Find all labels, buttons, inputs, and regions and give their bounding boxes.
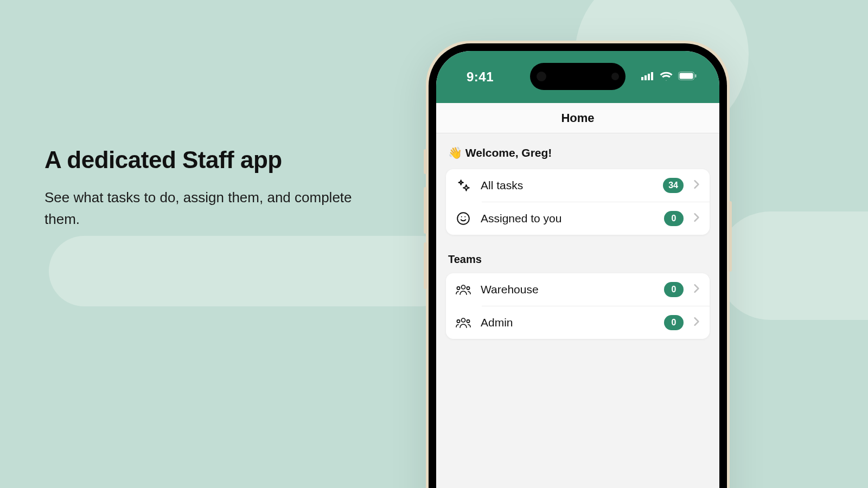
- svg-point-10: [462, 285, 465, 289]
- status-time: 9:41: [467, 69, 494, 85]
- team-warehouse-row[interactable]: Warehouse 0: [446, 273, 710, 306]
- chevron-right-icon: [693, 284, 700, 296]
- svg-rect-3: [651, 72, 653, 80]
- island-dot: [537, 72, 546, 81]
- svg-rect-6: [695, 74, 697, 78]
- count-badge: 0: [664, 315, 684, 330]
- people-icon: [456, 282, 471, 297]
- phone-side-button: [729, 201, 732, 272]
- svg-point-15: [467, 320, 469, 323]
- count-badge: 0: [664, 282, 684, 297]
- phone-mockup: 9:41 Home: [426, 41, 730, 488]
- marketing-headline: A dedicated Staff app: [44, 146, 370, 174]
- wifi-icon: [660, 71, 673, 83]
- row-label: Assigned to you: [481, 212, 654, 225]
- count-badge: 34: [663, 178, 684, 193]
- svg-rect-5: [680, 73, 693, 79]
- chevron-right-icon: [693, 213, 700, 224]
- svg-point-14: [457, 320, 459, 323]
- nav-header: Home: [436, 103, 719, 133]
- all-tasks-row[interactable]: All tasks 34: [446, 169, 710, 202]
- svg-rect-2: [648, 74, 650, 80]
- row-label: Warehouse: [481, 283, 654, 296]
- status-bar: 9:41: [436, 51, 719, 103]
- phone-side-button: [424, 149, 427, 174]
- dynamic-island: [530, 63, 626, 90]
- teams-card: Warehouse 0 Admin 0: [446, 273, 710, 339]
- welcome-heading: 👋 Welcome, Greg!: [448, 146, 710, 159]
- count-badge: 0: [664, 211, 684, 226]
- decorative-blob: [716, 211, 868, 320]
- svg-rect-1: [644, 75, 647, 80]
- home-content: 👋 Welcome, Greg! All tasks 34: [436, 133, 719, 352]
- decorative-blob: [49, 236, 456, 306]
- row-label: All tasks: [481, 179, 653, 192]
- team-admin-row[interactable]: Admin 0: [446, 306, 710, 339]
- marketing-subline: See what tasks to do, assign them, and c…: [44, 187, 370, 230]
- status-indicators: [641, 71, 697, 83]
- battery-icon: [678, 72, 697, 82]
- wave-emoji-icon: 👋: [448, 146, 462, 159]
- svg-point-7: [457, 213, 469, 224]
- teams-section-title: Teams: [448, 253, 710, 266]
- smile-icon: [456, 211, 471, 226]
- nav-title: Home: [561, 111, 594, 125]
- svg-point-11: [457, 287, 459, 290]
- assigned-to-you-row[interactable]: Assigned to you 0: [446, 202, 710, 235]
- welcome-text: Welcome, Greg!: [465, 146, 552, 159]
- svg-point-13: [462, 318, 465, 322]
- chevron-right-icon: [693, 179, 700, 191]
- marketing-copy: A dedicated Staff app See what tasks to …: [44, 146, 370, 230]
- phone-side-button: [424, 187, 427, 234]
- island-dot: [611, 73, 619, 80]
- tasks-card: All tasks 34 Assigned to you 0: [446, 169, 710, 235]
- svg-point-12: [467, 287, 469, 290]
- phone-side-button: [424, 242, 427, 289]
- cellular-icon: [641, 72, 654, 82]
- svg-rect-0: [641, 77, 643, 80]
- chevron-right-icon: [693, 317, 700, 329]
- phone-bezel: 9:41 Home: [429, 43, 727, 488]
- sparkle-icon: [456, 178, 471, 193]
- phone-screen: 9:41 Home: [436, 51, 719, 488]
- row-label: Admin: [481, 316, 654, 329]
- people-icon: [456, 315, 471, 330]
